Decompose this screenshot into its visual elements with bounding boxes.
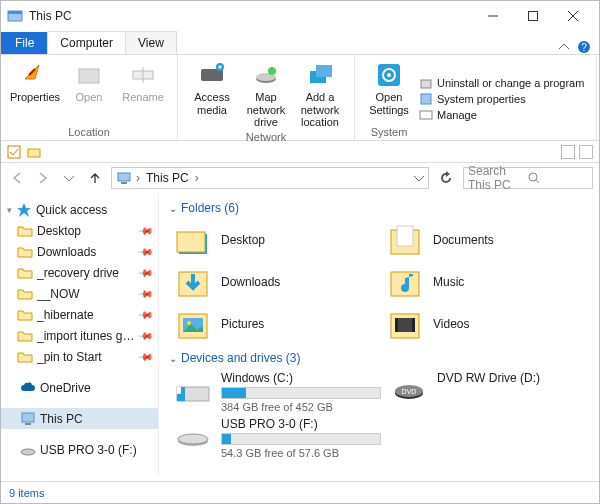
window-title: This PC bbox=[29, 9, 473, 23]
svg-rect-37 bbox=[177, 232, 205, 252]
svg-point-44 bbox=[187, 321, 191, 325]
star-icon bbox=[16, 202, 32, 218]
tab-file[interactable]: File bbox=[1, 32, 48, 54]
chevron-down-icon: ▾ bbox=[7, 205, 12, 215]
folder-item[interactable]: Documents bbox=[387, 221, 589, 259]
drive-item[interactable]: Windows (C:)384 GB free of 452 GB bbox=[175, 371, 381, 413]
folder-item[interactable]: Music bbox=[387, 263, 589, 301]
svg-text:?: ? bbox=[581, 42, 587, 53]
sidebar-onedrive[interactable]: OneDrive bbox=[1, 377, 158, 398]
svg-point-56 bbox=[178, 434, 208, 444]
svg-rect-34 bbox=[29, 475, 34, 476]
tab-view[interactable]: View bbox=[125, 31, 177, 54]
sidebar-item[interactable]: Desktop📌 bbox=[1, 220, 158, 241]
svg-rect-30 bbox=[22, 413, 34, 422]
uninstall-link[interactable]: Uninstall or change a program bbox=[419, 76, 584, 90]
pin-icon: 📌 bbox=[138, 264, 154, 280]
manage-link[interactable]: Manage bbox=[419, 108, 584, 122]
address-field[interactable]: › This PC › bbox=[111, 167, 429, 189]
sidebar-item[interactable]: Downloads📌 bbox=[1, 241, 158, 262]
drive-item[interactable]: DVDDVD RW Drive (D:) bbox=[391, 371, 589, 413]
svg-rect-51 bbox=[177, 387, 181, 394]
pc-icon bbox=[20, 411, 36, 427]
properties-button[interactable]: Properties bbox=[9, 59, 61, 106]
sidebar-this-pc[interactable]: This PC bbox=[1, 408, 158, 429]
content-pane: ⌄ Folders (6) DesktopDocumentsDownloadsM… bbox=[159, 193, 599, 475]
collapse-ribbon-icon[interactable] bbox=[559, 42, 569, 52]
system-properties-link[interactable]: System properties bbox=[419, 92, 584, 106]
minimize-button[interactable] bbox=[473, 2, 513, 30]
folder-item[interactable]: Videos bbox=[387, 305, 589, 343]
close-button[interactable] bbox=[553, 2, 593, 30]
back-button[interactable] bbox=[7, 168, 27, 188]
svg-rect-33 bbox=[22, 475, 27, 476]
drive-item[interactable]: USB PRO 3-0 (F:)54.3 GB free of 57.6 GB bbox=[175, 417, 381, 459]
usb-icon bbox=[20, 442, 36, 458]
quick-access-bar bbox=[1, 141, 599, 163]
qat-folder-icon[interactable] bbox=[27, 145, 41, 159]
sidebar-item[interactable]: _import itunes groo📌 bbox=[1, 325, 158, 346]
svg-rect-31 bbox=[25, 423, 31, 425]
drive-icon bbox=[175, 371, 211, 407]
refresh-button[interactable] bbox=[435, 167, 457, 189]
address-dropdown-icon[interactable] bbox=[414, 173, 424, 183]
map-drive-button[interactable]: Map network drive bbox=[240, 59, 292, 131]
sidebar-item[interactable]: __NOW📌 bbox=[1, 283, 158, 304]
svg-rect-48 bbox=[412, 318, 415, 332]
tab-computer[interactable]: Computer bbox=[47, 31, 126, 54]
breadcrumb-root[interactable]: This PC bbox=[144, 171, 191, 185]
add-location-button[interactable]: Add a network location bbox=[294, 59, 346, 131]
svg-rect-17 bbox=[316, 65, 332, 77]
svg-rect-47 bbox=[395, 318, 398, 332]
drive-icon: DVD bbox=[391, 371, 427, 407]
navigation-pane: ▾ Quick access Desktop📌Downloads📌_recove… bbox=[1, 193, 159, 475]
manage-icon bbox=[419, 108, 433, 122]
ribbon: Properties Open Rename Location Access m… bbox=[1, 55, 599, 141]
group-network-label: Network bbox=[246, 131, 286, 143]
sysprops-icon bbox=[419, 92, 433, 106]
view-details-button[interactable] bbox=[561, 145, 575, 159]
svg-text:DVD: DVD bbox=[402, 388, 417, 395]
view-large-button[interactable] bbox=[579, 145, 593, 159]
folder-item[interactable]: Downloads bbox=[175, 263, 377, 301]
sidebar-item[interactable]: _pin to Start📌 bbox=[1, 346, 158, 367]
devices-section-header[interactable]: ⌄ Devices and drives (3) bbox=[169, 351, 589, 365]
help-icon[interactable]: ? bbox=[577, 40, 591, 54]
chevron-right-icon[interactable]: › bbox=[136, 171, 140, 185]
forward-button[interactable] bbox=[33, 168, 53, 188]
access-media-button[interactable]: Access media bbox=[186, 59, 238, 118]
svg-rect-22 bbox=[421, 94, 431, 104]
sidebar-item[interactable]: _recovery drive📌 bbox=[1, 262, 158, 283]
pin-icon: 📌 bbox=[138, 243, 154, 259]
svg-rect-27 bbox=[121, 182, 127, 184]
svg-point-15 bbox=[268, 67, 276, 75]
drive-icon bbox=[175, 417, 211, 453]
svg-point-20 bbox=[387, 73, 391, 77]
sidebar-quick-access[interactable]: ▾ Quick access bbox=[1, 199, 158, 220]
svg-rect-8 bbox=[79, 69, 99, 83]
maximize-button[interactable] bbox=[513, 2, 553, 30]
ribbon-tabs: File Computer View ? bbox=[1, 31, 599, 55]
up-button[interactable] bbox=[85, 168, 105, 188]
group-location-label: Location bbox=[68, 126, 110, 138]
media-icon bbox=[198, 61, 226, 89]
folder-item[interactable]: Desktop bbox=[175, 221, 377, 259]
sidebar-usb[interactable]: USB PRO 3-0 (F:) bbox=[1, 439, 158, 460]
qat-check-icon[interactable] bbox=[7, 145, 21, 159]
sidebar-network[interactable]: Network bbox=[1, 470, 158, 475]
svg-line-29 bbox=[536, 180, 539, 183]
folders-section-header[interactable]: ⌄ Folders (6) bbox=[169, 201, 589, 215]
folder-icon bbox=[17, 349, 33, 365]
map-drive-icon bbox=[252, 61, 280, 89]
status-bar: 9 items bbox=[1, 481, 599, 503]
open-settings-button[interactable]: Open Settings bbox=[363, 59, 415, 118]
sidebar-item[interactable]: _hibernate📌 bbox=[1, 304, 158, 325]
folder-item[interactable]: Pictures bbox=[175, 305, 377, 343]
folder-icon bbox=[17, 307, 33, 323]
folder-icon bbox=[17, 286, 33, 302]
chevron-right-icon[interactable]: › bbox=[195, 171, 199, 185]
recent-button[interactable] bbox=[59, 168, 79, 188]
add-location-icon bbox=[306, 61, 334, 89]
pin-icon: 📌 bbox=[138, 222, 154, 238]
search-input[interactable]: Search This PC bbox=[463, 167, 593, 189]
